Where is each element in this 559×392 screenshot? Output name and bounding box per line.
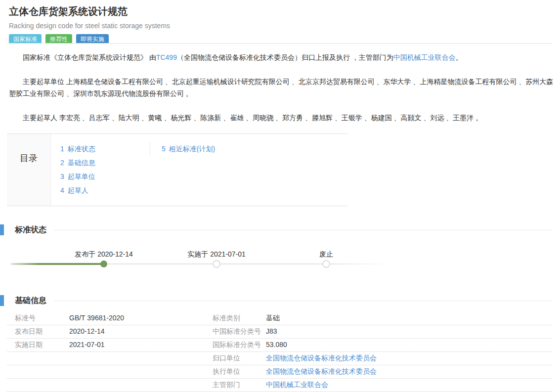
intro-p1-text: 国家标准《立体仓库货架系统设计规范》 由	[23, 53, 156, 61]
toc-link-4[interactable]: 4起草人	[60, 186, 88, 194]
toc-link-5[interactable]: 5相近标准(计划)	[162, 145, 215, 153]
table-row: 归口单位 全国物流仓储设备标准化技术委员会	[7, 352, 552, 365]
label-ccs-code: 中国标准分类号	[213, 325, 266, 338]
value-standard-category: 基础	[266, 312, 552, 325]
section-title-status: 标准状态	[15, 225, 46, 235]
label-implement-date: 实施日期	[7, 339, 69, 351]
timeline-dot-implemented	[213, 260, 220, 268]
label-standard-category: 标准类别	[213, 312, 266, 325]
table-row: 发布日期 2020-12-14 中国标准分类号 J83	[7, 325, 552, 339]
badge-recommended: 推荐性	[45, 34, 72, 44]
timeline-progress	[11, 263, 104, 265]
toc-num-4: 4	[60, 186, 64, 194]
section-rule	[54, 230, 552, 230]
empty-cell	[7, 379, 69, 392]
toc-link-2[interactable]: 2基础信息	[60, 159, 95, 167]
value-ics-code: 53.080	[266, 339, 552, 351]
toc-text-1: 标准状态	[68, 145, 95, 153]
toc-item-basic-info[interactable]: 2基础信息	[60, 156, 95, 170]
competent-department-table-link[interactable]: 中国机械工业联合会	[266, 381, 328, 389]
label-executive-unit: 执行单位	[213, 365, 266, 378]
toc-box: 目录 1标准状态 2基础信息 3起草单位 4起草人 5相近标准(计划)	[7, 133, 348, 206]
value-executive-unit: 全国物流仓储设备标准化技术委员会	[266, 365, 552, 378]
table-row: 执行单位 全国物流仓储设备标准化技术委员会	[7, 365, 552, 379]
standard-detail-page: 立体仓库货架系统设计规范 Racking design code for ste…	[0, 0, 559, 392]
empty-cell	[7, 352, 69, 365]
section-header-status: 标准状态	[0, 224, 559, 236]
toc-num-1: 1	[60, 145, 64, 153]
toc-item-standard-status[interactable]: 1标准状态	[60, 142, 95, 156]
empty-cell	[69, 352, 213, 365]
toc-column-2: 5相近标准(计划)	[150, 142, 215, 156]
intro-paragraphs: 国家标准《立体仓库货架系统设计规范》 由TC499（全国物流仓储设备标准化技术委…	[9, 51, 554, 136]
toc-link-1[interactable]: 1标准状态	[60, 145, 95, 153]
toc-label-cell: 目录	[7, 134, 51, 206]
timeline-track	[104, 263, 389, 264]
section-accent-bar	[0, 224, 4, 235]
value-centralized-unit: 全国物流仓储设备标准化技术委员会	[266, 352, 552, 365]
toc-label: 目录	[7, 152, 50, 164]
timeline-dot-published	[100, 261, 107, 267]
timeline-label-abolished: 废止	[319, 250, 333, 259]
badge-national-standard: 国家标准	[9, 34, 42, 44]
toc-item-drafting-units[interactable]: 3起草单位	[60, 170, 95, 183]
label-standard-number: 标准号	[7, 312, 69, 325]
value-publish-date: 2020-12-14	[69, 325, 213, 338]
value-standard-number: GB/T 39681-2020	[69, 312, 213, 325]
label-competent-department: 主管部门	[213, 379, 266, 392]
table-row: 标准号 GB/T 39681-2020 标准类别 基础	[7, 312, 552, 325]
intro-paragraph-drafters: 主要起草人 李宏亮 、吕志军 、陆大明 、黄曦 、杨光辉 、陈涤新 、崔雄 、周…	[9, 112, 554, 124]
timeline-label-implemented: 实施于 2021-07-01	[187, 250, 246, 259]
intro-paragraph-drafting-units: 主要起草单位 上海精星仓储设备工程有限公司 、北京起重运输机械设计研究院有限公司…	[9, 76, 554, 99]
executive-unit-link[interactable]: 全国物流仓储设备标准化技术委员会	[266, 367, 377, 375]
toc-num-5: 5	[162, 145, 166, 153]
table-row: 实施日期 2021-07-01 国际标准分类号 53.080	[7, 339, 552, 352]
value-competent-department: 中国机械工业联合会	[266, 379, 552, 392]
section-header-basic-info: 基础信息	[0, 295, 559, 306]
value-implement-date: 2021-07-01	[69, 339, 213, 351]
toc-link-3[interactable]: 3起草单位	[60, 173, 95, 180]
value-ccs-code: J83	[266, 325, 552, 338]
status-timeline: 发布于 2020-12-14 实施于 2021-07-01 废止	[0, 247, 559, 282]
timeline-label-published: 发布于 2020-12-14	[75, 250, 133, 259]
toc-item-drafters[interactable]: 4起草人	[60, 183, 95, 197]
label-ics-code: 国际标准分类号	[213, 339, 266, 351]
toc-column-1: 1标准状态 2基础信息 3起草单位 4起草人	[60, 142, 95, 197]
page-header: 立体仓库货架系统设计规范 Racking design code for ste…	[9, 5, 170, 44]
intro-p1-text-end: 。	[456, 53, 463, 61]
competent-department-link[interactable]: 中国机械工业联合会	[393, 53, 456, 61]
section-accent-bar	[0, 295, 4, 306]
section-rule	[54, 301, 552, 301]
toc-text-2: 基础信息	[68, 159, 95, 167]
page-subtitle-english: Racking design code for steel static sto…	[9, 22, 170, 30]
empty-cell	[7, 365, 69, 378]
label-publish-date: 发布日期	[7, 325, 69, 338]
toc-text-4: 起草人	[68, 186, 88, 194]
timeline-dot-abolished	[322, 260, 330, 268]
label-centralized-unit: 归口单位	[213, 352, 266, 365]
toc-num-2: 2	[60, 159, 64, 167]
toc-text-3: 起草单位	[68, 173, 95, 180]
toc-text-5: 相近标准(计划)	[169, 145, 215, 153]
intro-paragraph-governance: 国家标准《立体仓库货架系统设计规范》 由TC499（全国物流仓储设备标准化技术委…	[9, 51, 554, 63]
toc-num-3: 3	[60, 173, 64, 180]
toc-item-similar-standards[interactable]: 5相近标准(计划)	[162, 142, 215, 156]
badge-upcoming-implementation: 即将实施	[76, 34, 109, 44]
section-title-basic-info: 基础信息	[15, 296, 46, 306]
intro-p1-text-mid: （全国物流仓储设备标准化技术委员会）归口上报及执行 ，主管部门为	[177, 53, 393, 61]
centralized-unit-link[interactable]: 全国物流仓储设备标准化技术委员会	[266, 354, 377, 362]
empty-cell	[69, 365, 213, 378]
badge-row: 国家标准 推荐性 即将实施	[9, 34, 170, 44]
basic-info-table: 标准号 GB/T 39681-2020 标准类别 基础 发布日期 2020-12…	[7, 312, 552, 392]
empty-cell	[69, 379, 213, 392]
header-divider	[7, 43, 552, 44]
tc499-link[interactable]: TC499	[156, 53, 177, 61]
table-row: 主管部门 中国机械工业联合会	[7, 379, 552, 392]
page-title: 立体仓库货架系统设计规范	[9, 5, 170, 18]
